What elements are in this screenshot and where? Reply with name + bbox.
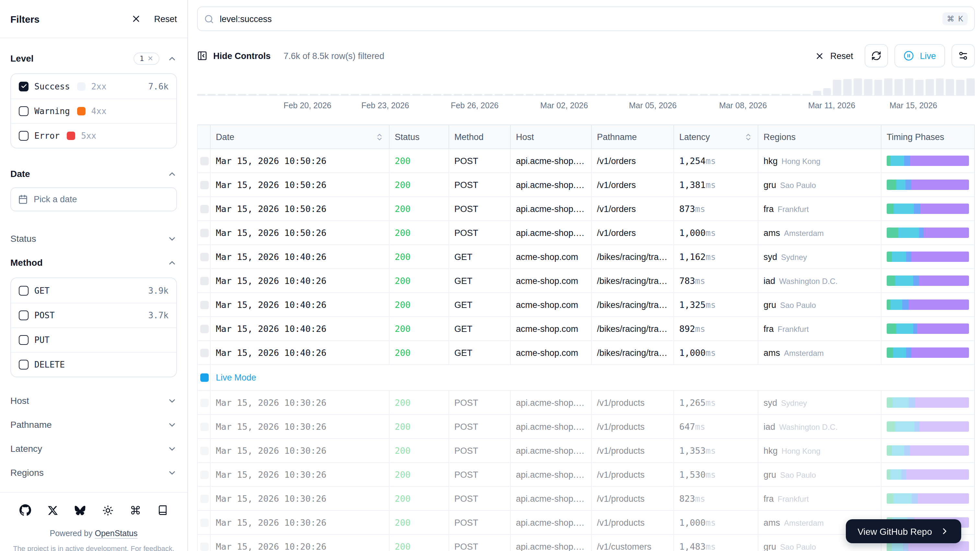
refresh-button[interactable] [865, 44, 888, 67]
timeline-bar[interactable] [792, 94, 800, 95]
timeline-bar[interactable] [576, 94, 585, 95]
timeline-bar[interactable] [669, 94, 677, 95]
row-select-checkbox[interactable] [200, 542, 209, 551]
timeline-bar[interactable] [607, 94, 616, 95]
clear-level-filter-icon[interactable] [147, 55, 154, 62]
timeline-bar[interactable] [854, 78, 862, 95]
row-select-checkbox[interactable] [200, 398, 209, 407]
timeline-bar[interactable] [248, 94, 257, 95]
timeline-bar[interactable] [659, 94, 667, 95]
timeline-bar[interactable] [915, 80, 924, 95]
search-bar[interactable]: level:success ⌘K [197, 6, 975, 31]
timeline-bar[interactable] [638, 94, 646, 95]
timeline-bar[interactable] [300, 94, 308, 95]
timeline-bar[interactable] [628, 94, 636, 95]
timeline-bar[interactable] [710, 94, 719, 95]
row-select-cell[interactable] [198, 149, 211, 172]
level-option-warning[interactable]: Warning4xx [11, 99, 176, 123]
checkbox[interactable] [19, 311, 29, 320]
timeline-bar[interactable] [340, 94, 349, 95]
column-header-date[interactable]: Date [211, 125, 390, 148]
live-toggle-button[interactable]: Live [894, 44, 945, 67]
timeline-bar[interactable] [279, 94, 288, 95]
checkbox[interactable] [19, 335, 29, 345]
checkbox[interactable] [19, 106, 29, 116]
timeline-bar[interactable] [269, 94, 277, 95]
timeline-bar[interactable] [392, 94, 400, 95]
bluesky-link[interactable] [75, 505, 86, 515]
timeline-bar[interactable] [864, 79, 872, 95]
method-option-post[interactable]: POST3.7k [11, 303, 176, 327]
timeline-bar[interactable] [525, 94, 534, 95]
section-latency-header[interactable]: Latency [10, 437, 177, 460]
timeline-bar[interactable] [751, 94, 759, 95]
column-header-latency[interactable]: Latency [674, 125, 758, 148]
row-select-checkbox[interactable] [200, 349, 209, 357]
row-select-cell[interactable] [198, 391, 211, 414]
timeline-bar[interactable] [874, 80, 883, 95]
table-row[interactable]: Mar 15, 2026 10:40:26200GETacme-shop.com… [198, 245, 974, 269]
timeline-bar[interactable] [515, 94, 523, 95]
timeline-bar[interactable] [885, 78, 893, 95]
timeline-bar[interactable] [730, 94, 739, 95]
checkbox[interactable] [19, 131, 29, 141]
table-row[interactable]: Mar 15, 2026 10:50:26200POSTapi.acme-sho… [198, 149, 974, 173]
timeline-bar[interactable] [649, 94, 657, 95]
reset-table-button[interactable]: Reset [815, 51, 853, 61]
search-input[interactable]: level:success [220, 14, 937, 24]
level-option-error[interactable]: Error5xx [11, 123, 176, 148]
view-github-repo-button[interactable]: View GitHub Repo [846, 519, 961, 543]
timeline-bar[interactable] [331, 94, 339, 95]
row-select-checkbox[interactable] [200, 228, 209, 237]
table-row[interactable]: Mar 15, 2026 10:30:26200POSTapi.acme-sho… [198, 463, 974, 487]
section-status-header[interactable]: Status [10, 227, 177, 250]
table-row[interactable]: Mar 15, 2026 10:30:26200POSTapi.acme-sho… [198, 487, 974, 511]
timeline-bar[interactable] [618, 94, 626, 95]
live-mode-label[interactable]: Live Mode [211, 365, 261, 390]
book-link[interactable] [158, 505, 168, 515]
row-select-checkbox[interactable] [200, 325, 209, 333]
timeline-bar[interactable] [259, 94, 267, 95]
timeline-bar[interactable] [813, 91, 821, 95]
table-row[interactable]: Mar 15, 2026 10:40:26200GETacme-shop.com… [198, 293, 974, 317]
timeline-bar[interactable] [495, 94, 503, 95]
openstatus-link[interactable]: OpenStatus [95, 529, 137, 538]
timeline-bar[interactable] [351, 94, 360, 95]
row-select-cell[interactable] [198, 197, 211, 220]
row-select-checkbox[interactable] [200, 446, 209, 455]
row-select-cell[interactable] [198, 463, 211, 486]
timeline-bar[interactable] [905, 78, 913, 95]
timeline-bar[interactable] [823, 88, 831, 95]
row-select-cell[interactable] [198, 173, 211, 196]
checkbox[interactable] [19, 285, 29, 295]
row-select-cell[interactable] [198, 535, 211, 551]
hide-controls-button[interactable]: Hide Controls [197, 51, 270, 61]
row-select-checkbox[interactable] [200, 301, 209, 309]
timeline-bar[interactable] [310, 94, 318, 95]
table-row[interactable]: Mar 15, 2026 10:50:26200POSTapi.acme-sho… [198, 221, 974, 245]
timeline-bar[interactable] [423, 94, 431, 95]
section-pathname-header[interactable]: Pathname [10, 413, 177, 436]
filters-reset-button[interactable]: Reset [154, 14, 177, 24]
timeline-bar[interactable] [782, 94, 790, 95]
timeline-bar[interactable] [464, 94, 472, 95]
row-select-cell[interactable] [198, 317, 211, 340]
section-regions-header[interactable]: Regions [10, 461, 177, 484]
command-link[interactable] [130, 505, 141, 515]
table-row[interactable]: Mar 15, 2026 10:30:26200POSTapi.acme-sho… [198, 439, 974, 463]
timeline-bar[interactable] [238, 94, 247, 95]
row-select-checkbox[interactable] [200, 422, 209, 431]
table-row[interactable]: Mar 15, 2026 10:30:26200POSTapi.acme-sho… [198, 415, 974, 439]
timeline-bar[interactable] [207, 94, 216, 95]
row-select-cell[interactable] [198, 269, 211, 292]
section-method-header[interactable]: Method [10, 252, 177, 274]
table-row[interactable]: Mar 15, 2026 10:40:26200GETacme-shop.com… [198, 341, 974, 365]
timeline-bar[interactable] [956, 80, 965, 95]
row-select-checkbox[interactable] [200, 204, 209, 213]
timeline-bar[interactable] [895, 79, 903, 95]
timeline-bar[interactable] [536, 94, 544, 95]
checkbox[interactable] [19, 360, 29, 369]
view-settings-button[interactable] [951, 44, 975, 67]
timeline-chart[interactable]: Feb 20, 2026Feb 23, 2026Feb 26, 2026Mar … [197, 76, 975, 115]
timeline-bar[interactable] [700, 94, 708, 95]
